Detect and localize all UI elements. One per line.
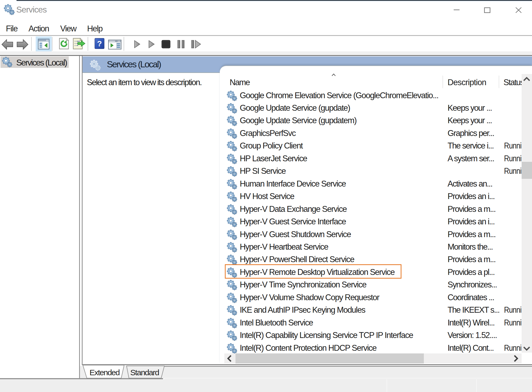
svg-text:?: ?	[97, 39, 102, 48]
